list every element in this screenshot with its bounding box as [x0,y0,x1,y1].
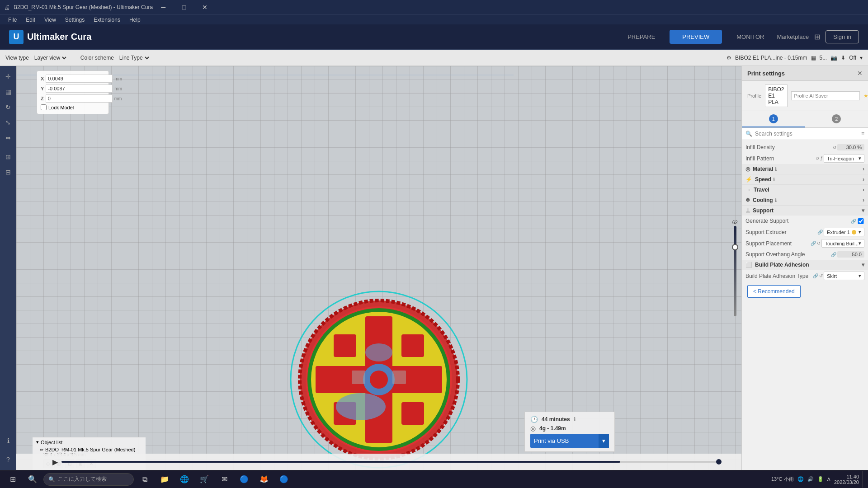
menu-view[interactable]: View [40,16,61,24]
profile-name-input[interactable] [791,91,860,100]
tab-recommended-settings[interactable]: 1 [742,111,805,127]
progress-handle[interactable] [716,459,722,465]
speed-info-icon[interactable]: ℹ [773,177,775,182]
speed-expand-icon[interactable]: › [863,176,864,183]
build-plate-expand-icon[interactable]: ▾ [862,262,864,268]
x-input[interactable] [46,75,113,83]
panel-close-button[interactable]: ✕ [857,70,863,77]
build-adhesion-dropdown[interactable]: Skirt ▾ [824,272,864,280]
infill-density-reset[interactable]: ↺ [833,145,836,150]
header-right: Marketplace ⊞ Sign in [777,30,859,43]
build-plate-section-header[interactable]: ⬜ Build Plate Adhesion ▾ [742,260,868,270]
infill-pattern-dropdown[interactable]: Tri-Hexagon ▾ [824,154,864,163]
adhesion-link[interactable]: 🔗 [813,273,818,278]
speed-section-header[interactable]: ⚡ Speed ℹ › [742,174,868,185]
sidebar-layers-icon[interactable]: ▦ [1,85,15,99]
gen-support-link[interactable]: 🔗 [851,219,856,224]
taskbar-weather: 13°C 小雨 [771,476,794,483]
search-menu-icon[interactable]: ≡ [861,131,864,137]
material-info-icon[interactable]: ℹ [775,167,777,172]
scale-handle[interactable] [732,244,738,250]
support-placement-reset[interactable]: ↺ [817,241,821,246]
progress-bar[interactable] [61,461,719,463]
infill-density-value[interactable]: 30.0 % [837,144,864,150]
search-input[interactable] [755,131,859,137]
viewport[interactable]: X mm Y mm Z mm Lock Model ▾ [16,66,741,470]
task-view-button[interactable]: ⧉ [136,471,154,488]
print-button-label: Print via USB [534,437,569,444]
object-item[interactable]: ✏ B2DO_RM-01 Mk.5 Spur Gear (Meshed) [36,447,142,452]
windows-start-button[interactable]: ⊞ [4,471,22,488]
sidebar-objects-icon[interactable]: ⊞ [1,150,15,164]
signin-button[interactable]: Sign in [826,30,859,43]
menu-edit[interactable]: Edit [21,16,40,24]
infill-pattern-reset[interactable]: ↺ [816,156,819,161]
cooling-section-header[interactable]: ❄ Cooling ℹ › [742,195,868,206]
tab2-number: 2 [832,114,841,123]
taskbar-search-button[interactable]: 🔍 [24,471,42,488]
color-scheme-select[interactable]: Line Type [118,54,151,61]
taskbar-store[interactable]: 🛒 [195,471,213,488]
tab-monitor[interactable]: MONITOR [724,30,777,44]
taskbar-show-desktop[interactable] [863,471,864,488]
travel-expand-icon[interactable]: › [863,187,864,193]
lock-model-checkbox[interactable] [41,104,47,110]
adhesion-reset[interactable]: ↺ [819,273,823,278]
grid-icon[interactable]: ⊞ [814,33,820,41]
tab-prepare[interactable]: PREPARE [615,30,668,44]
print-arrow[interactable]: ▾ [599,434,609,448]
close-button[interactable]: ✕ [194,0,215,14]
taskbar-mail[interactable]: ✉ [215,471,233,488]
tab-custom-settings[interactable]: 2 [805,111,868,127]
cooling-info-icon[interactable]: ℹ [775,198,777,203]
taskbar-file-explorer[interactable]: 📁 [156,471,174,488]
sidebar-move-icon[interactable]: ✛ [1,70,15,83]
profile-star-icon[interactable]: ★ [863,93,868,99]
infill-pattern-func[interactable]: ƒ [820,156,823,161]
scale-bar[interactable] [734,226,736,316]
sidebar-rotate-icon[interactable]: ↻ [1,100,15,114]
sidebar-scale-icon[interactable]: ⤡ [1,116,15,129]
sidebar-mirror-icon[interactable]: ⇔ [1,131,15,145]
support-overhang-value[interactable]: 50.0 [837,251,864,258]
view-type-select[interactable]: Layer view [33,54,68,61]
progress-fill [61,461,620,463]
taskbar-browser[interactable]: 🌐 [175,471,193,488]
y-input[interactable] [46,84,113,93]
support-placement-dropdown[interactable]: Touching Buil... ▾ [821,239,864,248]
info-detail-icon[interactable]: ℹ [574,416,576,422]
menu-file[interactable]: File [4,16,21,24]
support-extruder-dropdown[interactable]: Extruder 1 ▾ [824,228,864,236]
travel-section-header[interactable]: → Travel › [742,185,868,195]
taskbar-app2[interactable]: 🦊 [255,471,273,488]
support-expand-icon[interactable]: ▾ [862,207,864,214]
play-button[interactable]: ▶ [52,458,58,466]
cooling-expand-icon[interactable]: › [863,197,864,203]
material-expand-icon[interactable]: › [863,166,864,172]
tab-preview[interactable]: PREVIEW [670,30,722,44]
material-section-header[interactable]: ◎ Material ℹ › [742,164,868,174]
support-overhang-row: Support Overhang Angle 🔗 50.0 [742,249,868,260]
support-placement-label: Support Placement [745,240,811,247]
taskbar-app1[interactable]: 🔵 [235,471,253,488]
taskbar-app3[interactable]: 🔵 [275,471,293,488]
marketplace-button[interactable]: Marketplace [777,33,809,40]
z-input[interactable] [46,94,113,103]
support-overhang-link[interactable]: 🔗 [831,252,836,257]
minimize-button[interactable]: ─ [153,0,174,14]
support-placement-link[interactable]: 🔗 [811,241,816,246]
menu-settings[interactable]: Settings [61,16,89,24]
taskbar-search-bar[interactable]: 🔍 ここに入力して検索 [43,473,134,486]
recommended-button[interactable]: < Recommended [747,285,801,298]
support-section-header[interactable]: ⊥ Support ▾ [742,206,868,216]
print-button[interactable]: Print via USB ▾ [530,434,609,448]
object-list-header[interactable]: ▾ Object list [36,439,142,445]
sidebar-help-icon[interactable]: ? [1,453,15,466]
support-extruder-link[interactable]: 🔗 [817,230,823,235]
sidebar-group-icon[interactable]: ⊟ [1,165,15,179]
menu-extensions[interactable]: Extensions [89,16,125,24]
sidebar-info-icon[interactable]: ℹ [1,434,15,447]
generate-support-checkbox[interactable] [857,218,864,224]
maximize-button[interactable]: □ [174,0,194,14]
menu-help[interactable]: Help [125,16,145,24]
